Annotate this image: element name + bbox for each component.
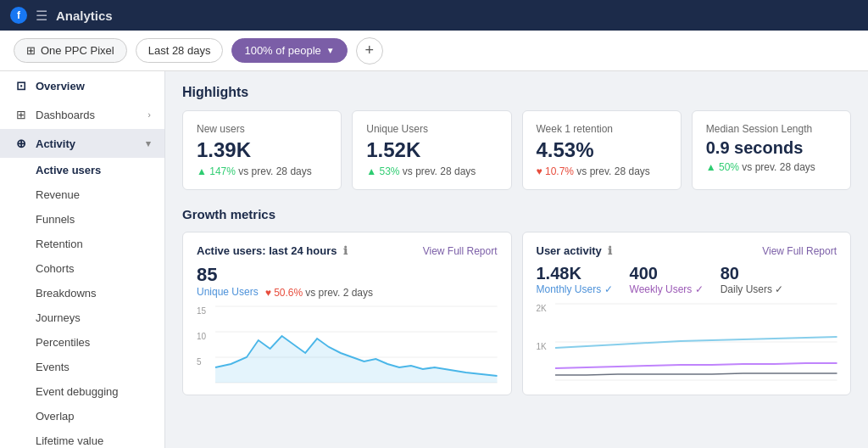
user-activity-view-full[interactable]: View Full Report bbox=[762, 245, 837, 257]
highlight-week1-value: 4.53% bbox=[537, 138, 667, 162]
active-users-title: Active users: last 24 hours ℹ bbox=[197, 244, 348, 257]
svg-marker-4 bbox=[215, 336, 498, 383]
sidebar: ⊡ Overview ⊞ Dashboards › ⊕ Activity ▾ A… bbox=[0, 71, 165, 448]
user-activity-title: User activity ℹ bbox=[537, 244, 613, 257]
user-activity-info-icon[interactable]: ℹ bbox=[608, 244, 612, 257]
highlight-week1-retention: Week 1 retention 4.53% ♥ 10.7% vs prev. … bbox=[522, 110, 682, 190]
sidebar-sub-revenue[interactable]: Revenue bbox=[0, 182, 164, 207]
sidebar-sub-events[interactable]: Events bbox=[0, 355, 164, 379]
highlight-unique-users-label: Unique Users bbox=[366, 123, 497, 135]
user-activity-metrics: 1.48K Monthly Users ✓ 400 Weekly Users ✓… bbox=[537, 264, 837, 295]
daily-users-value: 80 bbox=[721, 264, 784, 283]
weekly-users-label: Weekly Users ✓ bbox=[630, 283, 704, 295]
highlight-week1-change: ♥ 10.7% vs prev. 28 days bbox=[537, 165, 667, 177]
active-users-metric-label: Unique Users bbox=[197, 286, 259, 298]
activity-icon: ⊕ bbox=[14, 137, 29, 150]
date-filter-button[interactable]: Last 28 days bbox=[136, 38, 224, 63]
daily-users-label: Daily Users ✓ bbox=[721, 283, 784, 295]
sidebar-sub-retention[interactable]: Retention bbox=[0, 232, 164, 256]
user-activity-card: User activity ℹ View Full Report 1.48K M… bbox=[522, 232, 852, 395]
sidebar-sub-active-users[interactable]: Active users bbox=[0, 158, 164, 182]
highlight-unique-users: Unique Users 1.52K ▲ 53% vs prev. 28 day… bbox=[352, 110, 511, 190]
sidebar-item-overview[interactable]: ⊡ Overview bbox=[0, 71, 164, 100]
highlight-new-users-label: New users bbox=[197, 123, 327, 135]
highlight-unique-users-value: 1.52K bbox=[366, 138, 497, 162]
active-users-chart: 15 10 5 bbox=[197, 306, 498, 383]
highlight-session-length: Median Session Length 0.9 seconds ▲ 50% … bbox=[692, 110, 851, 190]
sidebar-sub-overlap[interactable]: Overlap bbox=[0, 404, 164, 428]
audience-filter-button[interactable]: 100% of people ▼ bbox=[231, 38, 347, 63]
add-filter-button[interactable]: + bbox=[356, 37, 383, 64]
highlight-session-value: 0.9 seconds bbox=[706, 138, 837, 158]
growth-grid: Active users: last 24 hours ℹ View Full … bbox=[182, 232, 851, 395]
highlight-unique-users-change: ▲ 53% vs prev. 28 days bbox=[366, 165, 497, 177]
content-area: Highlights New users 1.39K ▲ 147% vs pre… bbox=[165, 71, 868, 448]
monthly-users-metric: 1.48K Monthly Users ✓ bbox=[537, 264, 613, 295]
active-users-svg bbox=[215, 306, 498, 383]
highlight-session-label: Median Session Length bbox=[706, 123, 837, 135]
menu-icon[interactable]: ☰ bbox=[36, 8, 47, 24]
user-activity-svg bbox=[555, 304, 837, 380]
sidebar-sub-funnels[interactable]: Funnels bbox=[0, 207, 164, 232]
active-users-header: Active users: last 24 hours ℹ View Full … bbox=[197, 244, 498, 257]
active-users-view-full[interactable]: View Full Report bbox=[423, 245, 498, 257]
sidebar-sub-percentiles[interactable]: Percentiles bbox=[0, 330, 164, 355]
monthly-users-label: Monthly Users ✓ bbox=[537, 283, 613, 295]
sidebar-item-activity[interactable]: ⊕ Activity ▾ bbox=[0, 129, 164, 158]
pixel-filter-button[interactable]: ⊞ One PPC Pixel bbox=[14, 38, 127, 63]
ua-chart-y-labels: 2K 1K bbox=[537, 304, 554, 380]
active-users-card: Active users: last 24 hours ℹ View Full … bbox=[182, 232, 512, 395]
sidebar-sub-journeys[interactable]: Journeys bbox=[0, 305, 164, 330]
sidebar-sub-breakdowns[interactable]: Breakdowns bbox=[0, 281, 164, 305]
weekly-users-metric: 400 Weekly Users ✓ bbox=[630, 264, 704, 295]
sidebar-item-dashboards[interactable]: ⊞ Dashboards › bbox=[0, 100, 164, 129]
chevron-down-icon: ▾ bbox=[146, 138, 151, 149]
highlight-new-users: New users 1.39K ▲ 147% vs prev. 28 days bbox=[182, 110, 342, 190]
sidebar-sub-event-debugging[interactable]: Event debugging bbox=[0, 379, 164, 404]
growth-title: Growth metrics bbox=[182, 207, 851, 221]
top-bar: f ☰ Analytics bbox=[0, 0, 868, 31]
pixel-icon: ⊞ bbox=[26, 44, 36, 57]
chevron-right-icon: › bbox=[147, 109, 151, 120]
overview-icon: ⊡ bbox=[14, 79, 29, 92]
filter-bar: ⊞ One PPC Pixel Last 28 days 100% of peo… bbox=[0, 31, 868, 71]
dashboards-icon: ⊞ bbox=[14, 108, 29, 121]
main-layout: ⊡ Overview ⊞ Dashboards › ⊕ Activity ▾ A… bbox=[0, 71, 868, 448]
user-activity-chart: 2K 1K bbox=[537, 304, 837, 380]
highlight-week1-label: Week 1 retention bbox=[537, 123, 667, 135]
daily-users-metric: 80 Daily Users ✓ bbox=[721, 264, 784, 295]
highlights-title: Highlights bbox=[182, 85, 851, 100]
weekly-users-value: 400 bbox=[630, 264, 704, 283]
highlight-new-users-value: 1.39K bbox=[197, 138, 327, 162]
chart-y-labels: 15 10 5 bbox=[197, 306, 214, 383]
info-icon[interactable]: ℹ bbox=[343, 244, 348, 257]
highlights-grid: New users 1.39K ▲ 147% vs prev. 28 days … bbox=[182, 110, 851, 190]
active-users-change: ♥ 50.6% vs prev. 2 days bbox=[265, 287, 373, 299]
chevron-down-icon: ▼ bbox=[326, 46, 335, 55]
active-users-value: 85 bbox=[197, 264, 498, 286]
monthly-users-value: 1.48K bbox=[537, 264, 613, 283]
facebook-logo: f bbox=[10, 7, 27, 24]
highlight-session-change: ▲ 50% vs prev. 28 days bbox=[706, 161, 837, 173]
app-title: Analytics bbox=[56, 8, 113, 23]
sidebar-sub-lifetime-value[interactable]: Lifetime value bbox=[0, 428, 164, 448]
highlight-new-users-change: ▲ 147% vs prev. 28 days bbox=[197, 165, 327, 177]
sidebar-sub-cohorts[interactable]: Cohorts bbox=[0, 256, 164, 281]
user-activity-header: User activity ℹ View Full Report bbox=[537, 244, 837, 257]
